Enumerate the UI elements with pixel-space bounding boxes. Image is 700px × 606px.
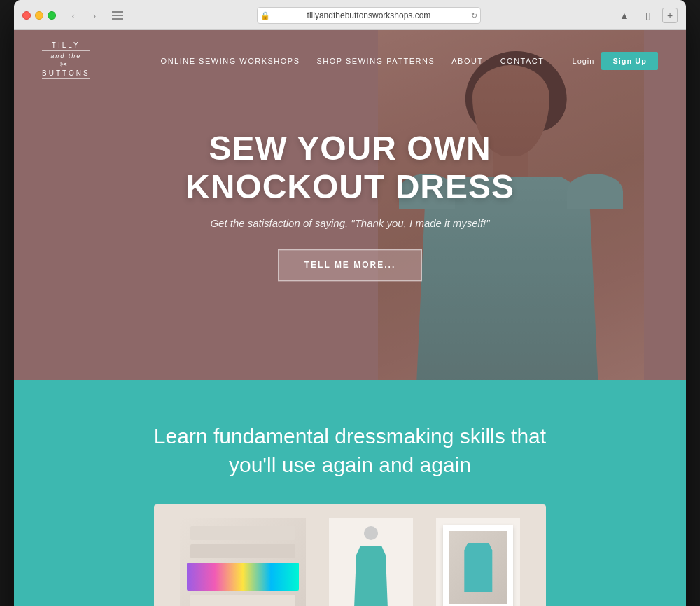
- preview-center-panel: [329, 518, 413, 606]
- website: TILLY and the ✂ BUTTONS Online Sewing Wo…: [14, 30, 686, 606]
- preview-right-panel: [436, 518, 520, 606]
- close-button[interactable]: [22, 11, 31, 20]
- browser-nav: ‹ ›: [64, 8, 104, 22]
- cta-button[interactable]: TELL ME MORE...: [278, 249, 422, 282]
- address-bar[interactable]: tillyandthebuttonsworkshops.com: [257, 7, 481, 24]
- dress-silhouette: [350, 546, 392, 606]
- share-button[interactable]: ▲: [615, 8, 634, 23]
- fabric-swatch: [187, 563, 299, 591]
- refresh-icon[interactable]: ↻: [471, 11, 477, 20]
- menu-icon[interactable]: [112, 11, 123, 20]
- hero-content: SEW YOUR OWN KNOCKOUT DRESS Get the sati…: [14, 129, 686, 281]
- site-nav: TILLY and the ✂ BUTTONS Online Sewing Wo…: [14, 30, 686, 92]
- address-bar-container: 🔒 tillyandthebuttonsworkshops.com ↻: [129, 7, 609, 24]
- teal-section-heading: Learn fundamental dressmaking skills tha…: [140, 422, 560, 479]
- hero-title: SEW YOUR OWN KNOCKOUT DRESS: [42, 129, 658, 206]
- maximize-button[interactable]: [48, 11, 56, 20]
- browser-window: ‹ › 🔒 tillyandthebuttonsworkshops.com ↻ …: [14, 0, 686, 606]
- nav-links: Online Sewing Workshops Shop Sewing Patt…: [161, 52, 658, 70]
- teal-section: Learn fundamental dressmaking skills tha…: [14, 380, 686, 606]
- nav-link-patterns[interactable]: Shop Sewing Patterns: [317, 57, 435, 65]
- browser-actions: ▲ ▯ +: [615, 8, 678, 23]
- hero-section: TILLY and the ✂ BUTTONS Online Sewing Wo…: [14, 30, 686, 380]
- tabs-button[interactable]: ▯: [638, 8, 658, 23]
- new-tab-button[interactable]: +: [662, 8, 678, 23]
- nav-link-contact[interactable]: Contact: [500, 57, 545, 65]
- forward-button[interactable]: ›: [85, 8, 104, 22]
- login-link[interactable]: Login: [573, 57, 595, 65]
- lock-icon: 🔒: [260, 11, 270, 20]
- preview-left-panel: [180, 518, 306, 606]
- nav-link-workshops[interactable]: Online Sewing Workshops: [161, 57, 300, 65]
- browser-chrome: ‹ › 🔒 tillyandthebuttonsworkshops.com ↻ …: [14, 0, 686, 30]
- site-logo: TILLY and the ✂ BUTTONS: [42, 41, 90, 81]
- hero-subtitle: Get the satisfaction of saying, "Thank y…: [42, 218, 658, 230]
- nav-link-about[interactable]: About: [451, 57, 483, 65]
- traffic-lights: [22, 11, 56, 20]
- nav-auth: Login Sign Up: [573, 52, 658, 70]
- preview-image-container: [154, 504, 546, 606]
- minimize-button[interactable]: [35, 11, 43, 20]
- signup-button[interactable]: Sign Up: [601, 52, 658, 70]
- preview-image: [154, 504, 546, 606]
- frame-box: [443, 525, 513, 606]
- back-button[interactable]: ‹: [64, 8, 83, 22]
